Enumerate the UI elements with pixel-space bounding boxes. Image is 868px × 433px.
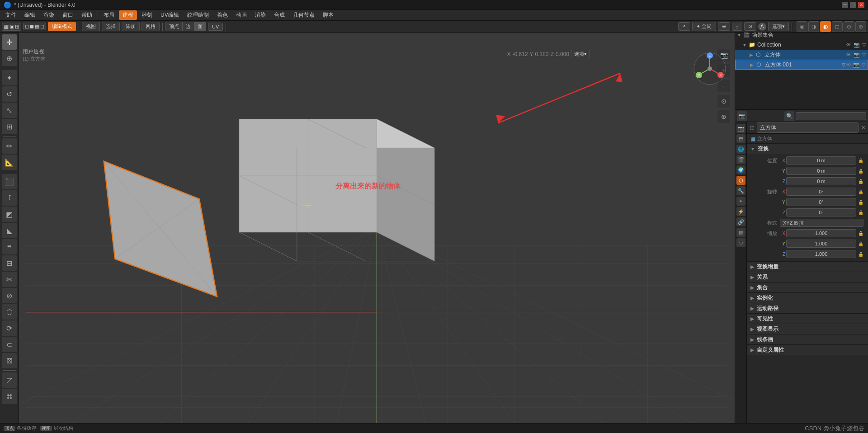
edge-mode[interactable]: 边 — [183, 22, 194, 31]
tool-shear[interactable]: ◸ — [2, 372, 17, 388]
menu-edit[interactable]: 编辑 — [21, 10, 39, 20]
collections-header[interactable]: ▶ 集合 — [747, 282, 868, 292]
tool-add-cube[interactable]: ⬛ — [2, 174, 17, 189]
prop-modifier-tab[interactable]: 🔧 — [736, 186, 745, 195]
workspace-uv[interactable]: UV编辑 — [157, 10, 183, 20]
maximize-button[interactable]: □ — [850, 2, 856, 8]
tool-transform[interactable]: ⊞ — [2, 119, 17, 134]
prop-world-tab[interactable]: 🌍 — [736, 165, 745, 174]
outliner-cube-001[interactable]: ▶ ⬡ 立方体.001 ▽ 👁 📷 ▽ — [735, 60, 868, 70]
filter-icon[interactable]: ▽ — [862, 42, 866, 48]
magnet-btn[interactable]: ⊕ — [718, 22, 730, 31]
rot-z-input[interactable]: 0° — [786, 208, 856, 216]
tool-annotate[interactable]: ✏ — [2, 138, 17, 154]
viewport[interactable]: 用户透视 (1) 立方体 分离出来的新的物体 Z X Y — [19, 33, 735, 423]
prop-constraints-tab[interactable]: 🔗 — [736, 217, 745, 226]
prop-render-tab[interactable]: 📷 — [736, 124, 745, 133]
local-view-btn[interactable]: ⊙ — [717, 95, 730, 108]
close-button[interactable]: ✕ — [858, 2, 864, 8]
tool-scale[interactable]: ⤡ — [2, 103, 17, 118]
loc-z-lock[interactable]: 🔒 — [857, 179, 864, 184]
prop-particles-tab[interactable]: ✦ — [736, 197, 745, 206]
num-btn[interactable]: 八 — [758, 23, 766, 31]
rot-x-input[interactable]: 0° — [786, 188, 856, 196]
tool-rotate[interactable]: ↺ — [2, 86, 17, 102]
prop-material-tab[interactable]: ⬭ — [736, 238, 745, 247]
minimize-button[interactable]: ─ — [842, 2, 848, 8]
onion-btn[interactable]: ⊙ — [744, 22, 756, 31]
prop-physics-tab[interactable]: ⚡ — [736, 207, 745, 216]
loc-y-input[interactable]: 0 m — [786, 167, 856, 175]
rot-y-input[interactable]: 0° — [786, 198, 856, 206]
cube001-render-icon[interactable]: 📷 — [853, 62, 860, 68]
motion-paths-header[interactable]: ▶ 运动路径 — [747, 303, 868, 313]
render-icon[interactable]: 📷 — [853, 42, 860, 48]
relations-header[interactable]: ▶ 关系 — [747, 272, 868, 282]
menu-render[interactable]: 渲染 — [40, 10, 58, 20]
viewport-display-header[interactable]: ▶ 视图显示 — [747, 324, 868, 334]
scale-z-input[interactable]: 1.000 — [786, 250, 856, 258]
delta-header[interactable]: ▶ 变换增量 — [747, 262, 868, 272]
workspace-animation[interactable]: 动画 — [232, 10, 250, 20]
viewport-shading-wireframe[interactable]: ◻ — [832, 21, 843, 32]
viewport-shading-rendered[interactable]: ◐ — [820, 21, 831, 32]
scale-z-lock[interactable]: 🔒 — [857, 252, 864, 257]
tool-offset-edge[interactable]: ⊟ — [2, 255, 17, 271]
uv-menu[interactable]: UV — [208, 23, 223, 31]
custom-props-header[interactable]: ▶ 自定义属性 — [747, 345, 868, 355]
rotation-mode-select[interactable]: XYZ 欧拉 — [780, 219, 863, 227]
tool-move[interactable]: ✦ — [2, 70, 17, 85]
walk-nav-btn[interactable]: ⊕ — [717, 110, 730, 123]
rot-x-lock[interactable]: 🔒 — [857, 189, 864, 194]
tool-poly-build[interactable]: ⬡ — [2, 304, 17, 320]
cube-render-icon[interactable]: 📷 — [853, 52, 860, 58]
visibility-header[interactable]: ▶ 可见性 — [747, 314, 868, 324]
prop-object-tab[interactable]: ⬡ — [736, 176, 745, 185]
tool-bevel[interactable]: ◣ — [2, 223, 17, 238]
tool-inset[interactable]: ◩ — [2, 207, 17, 222]
transform-btn[interactable]: ↕ — [732, 23, 743, 31]
loc-z-input[interactable]: 0 m — [786, 177, 856, 185]
loc-y-lock[interactable]: 🔒 — [857, 169, 864, 174]
object-name-input[interactable]: 立方体 — [757, 122, 859, 133]
tool-select[interactable]: ✛ — [2, 34, 17, 50]
loc-x-lock[interactable]: 🔒 — [857, 158, 864, 163]
mesh-menu[interactable]: 网格 — [142, 22, 160, 31]
gizmo-btn[interactable]: ⊕ — [855, 21, 866, 32]
workspace-texture[interactable]: 纹理绘制 — [184, 10, 212, 20]
eye-icon[interactable]: 👁 — [846, 42, 852, 47]
viewport-shading-material[interactable]: ◑ — [808, 21, 819, 32]
prop-scene-tab[interactable]: 🎬 — [736, 155, 745, 164]
snap-btn[interactable]: ⚬ — [678, 22, 690, 31]
select-menu[interactable]: 选择 — [102, 22, 120, 31]
tool-extrude[interactable]: ⤴ — [2, 190, 17, 206]
prop-viewlayer-tab[interactable]: 🌐 — [736, 145, 745, 154]
prop-search-field[interactable] — [796, 112, 866, 120]
viewport-overlay-btn[interactable]: ⊙ — [844, 21, 854, 32]
scale-x-input[interactable]: 1.000 — [786, 229, 856, 237]
prop-output-tab[interactable]: ⬒ — [736, 134, 745, 143]
tool-bisect[interactable]: ⊘ — [2, 288, 17, 303]
add-menu[interactable]: 添加 — [122, 22, 140, 31]
transform-header[interactable]: ▼ 变换 — [747, 144, 868, 154]
global-select[interactable]: ✦ 全局 — [692, 22, 716, 31]
tool-loop-cut[interactable]: ≡ — [2, 239, 17, 254]
view-menu[interactable]: 视图 — [82, 22, 100, 31]
workspace-layout[interactable]: 布局 — [100, 10, 118, 20]
workspace-shading[interactable]: 着色 — [213, 10, 231, 20]
outliner-collection[interactable]: ▼ 📁 Collection 👁 📷 ▽ — [735, 40, 868, 50]
rot-z-lock[interactable]: 🔒 — [857, 210, 864, 215]
instances-header[interactable]: ▶ 实例化 — [747, 293, 868, 303]
options-btn[interactable]: 选项▾ — [768, 22, 789, 31]
cube-eye-icon[interactable]: 👁 — [846, 52, 852, 57]
mode-selector[interactable]: 编辑模式 — [48, 22, 76, 31]
workspace-compositing[interactable]: 合成 — [270, 10, 288, 20]
tool-knife[interactable]: ✄ — [2, 272, 17, 287]
scale-y-lock[interactable]: 🔒 — [857, 241, 864, 246]
tool-cursor[interactable]: ⊕ — [2, 51, 17, 66]
cube001-eye-icon[interactable]: 👁 — [845, 62, 851, 67]
menu-window[interactable]: 窗口 — [59, 10, 77, 20]
workspace-modeling[interactable]: 建模 — [119, 10, 137, 20]
prop-search-icon[interactable]: 🔍 — [784, 111, 794, 121]
viewport-shading-solid[interactable]: ◉ — [797, 21, 807, 32]
